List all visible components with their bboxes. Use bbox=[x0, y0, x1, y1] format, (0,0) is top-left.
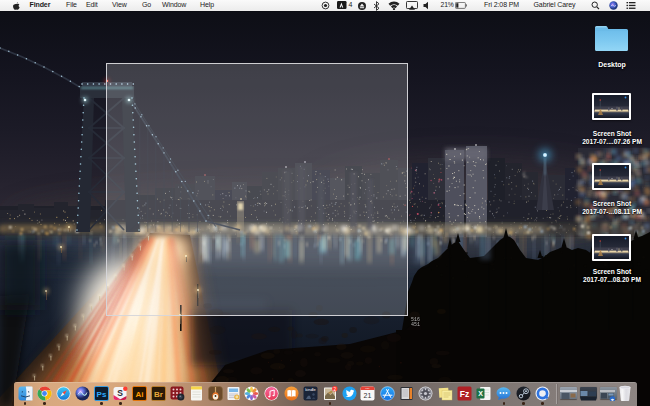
svg-text:21: 21 bbox=[363, 392, 371, 399]
svg-text:X: X bbox=[478, 390, 483, 397]
svg-text:Br: Br bbox=[154, 389, 163, 398]
svg-text:FRI: FRI bbox=[365, 387, 369, 390]
svg-text:Ps: Ps bbox=[97, 389, 107, 398]
svg-text:S: S bbox=[117, 388, 123, 398]
svg-text:2: 2 bbox=[333, 386, 336, 391]
svg-text:Fz: Fz bbox=[460, 389, 469, 399]
svg-text:kindle: kindle bbox=[305, 387, 316, 392]
svg-text:Ai: Ai bbox=[136, 389, 144, 398]
